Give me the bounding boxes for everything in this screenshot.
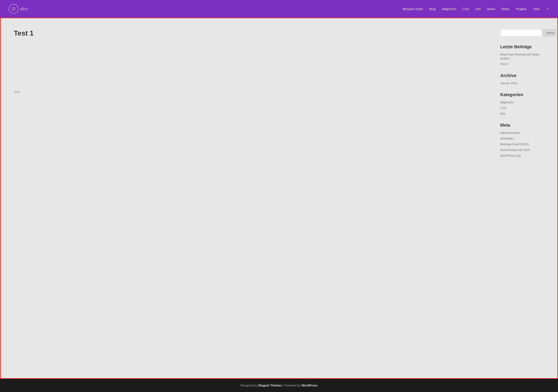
archive-list: Januar 2016 (500, 81, 549, 85)
list-item: Kommentare als RSS (500, 148, 549, 152)
meta-link-abmelden[interactable]: Abmelden (500, 137, 514, 140)
nav-item-todo[interactable]: Todo (532, 7, 540, 11)
list-item: Blog Post Hintergrund Farbe ändern (500, 52, 549, 60)
recent-posts-widget: Letzte Beiträge Blog Post Hintergrund Fa… (500, 44, 549, 66)
recent-post-link-1[interactable]: Blog Post Hintergrund Farbe ändern (500, 53, 539, 60)
recent-posts-list: Blog Post Hintergrund Farbe ändern Test … (500, 52, 549, 66)
search-icon[interactable]: ⚬ (546, 6, 549, 11)
post-body: Test (14, 90, 491, 94)
category-link-allgemein[interactable]: Allgemein (500, 101, 514, 104)
meta-title: Meta (500, 123, 549, 128)
meta-link-wordpress[interactable]: WordPress.org (500, 154, 521, 157)
meta-widget: Meta Administration Abmelden Beitrags-Fe… (500, 123, 549, 157)
category-link-css[interactable]: CSS (500, 106, 507, 110)
main-nav: Beispiel-Seite Blog Allgemein CSS Divi I… (403, 6, 549, 11)
nav-item-css[interactable]: CSS (462, 7, 469, 11)
main-wrapper: Test 1 Test Suche Letzte Beiträge Blog P… (0, 17, 558, 379)
logo-text: divi (20, 6, 28, 12)
categories-title: Kategorien (500, 92, 549, 97)
list-item: Beitrags-Feed (RSS) (500, 142, 549, 146)
nav-item-divi[interactable]: Divi (475, 7, 481, 11)
list-item: Test 1 (500, 62, 549, 66)
list-item: Allgemein (500, 100, 549, 104)
category-link-divi[interactable]: Divi (500, 112, 505, 115)
meta-list: Administration Abmelden Beitrags-Feed (R… (500, 131, 549, 157)
elegant-themes-link[interactable]: Elegant Themes (258, 384, 282, 387)
search-input[interactable] (500, 29, 542, 36)
categories-list: Allgemein CSS Divi (500, 100, 549, 116)
site-footer: Designed by Elegant Themes | Powered by … (0, 379, 558, 392)
nav-item-news[interactable]: News (501, 7, 510, 11)
archive-widget: Archive Januar 2016 (500, 73, 549, 85)
list-item: Divi (500, 112, 549, 116)
logo-icon: D (9, 4, 18, 14)
site-logo: D divi (9, 4, 28, 14)
meta-link-kommentare[interactable]: Kommentare als RSS (500, 148, 530, 152)
nav-item-plugins[interactable]: Plugins (516, 7, 526, 11)
recent-posts-title: Letzte Beiträge (500, 44, 549, 49)
site-header: D divi Beispiel-Seite Blog Allgemein CSS… (0, 0, 558, 17)
post-title: Test 1 (14, 29, 491, 37)
list-item: Administration (500, 131, 549, 135)
recent-post-link-2[interactable]: Test 1 (500, 62, 508, 66)
archive-title: Archive (500, 73, 549, 78)
content-area: Test 1 Test Suche Letzte Beiträge Blog P… (1, 18, 557, 378)
list-item: CSS (500, 106, 549, 110)
footer-middle: | Powered by (282, 384, 301, 387)
search-button[interactable]: Suche (543, 29, 558, 36)
nav-item-allgemein[interactable]: Allgemein (442, 7, 456, 11)
list-item: Abmelden (500, 137, 549, 140)
nav-item-blog[interactable]: Blog (429, 7, 436, 11)
meta-link-administration[interactable]: Administration (500, 131, 520, 135)
main-content: Test 1 Test (14, 29, 491, 365)
nav-item-beispiel[interactable]: Beispiel-Seite (403, 7, 423, 11)
search-widget: Suche (500, 29, 549, 36)
nav-item-ideen[interactable]: Ideen (487, 7, 495, 11)
list-item: Januar 2016 (500, 81, 549, 85)
archive-link-1[interactable]: Januar 2016 (500, 81, 517, 85)
meta-link-rss[interactable]: Beitrags-Feed (RSS) (500, 142, 529, 146)
footer-text: Designed by Elegant Themes | Powered by … (240, 384, 318, 387)
footer-prefix: Designed by (240, 384, 258, 387)
list-item: WordPress.org (500, 154, 549, 157)
sidebar: Suche Letzte Beiträge Blog Post Hintergr… (500, 29, 549, 365)
categories-widget: Kategorien Allgemein CSS Divi (500, 92, 549, 116)
wordpress-link[interactable]: WordPress (301, 384, 318, 387)
